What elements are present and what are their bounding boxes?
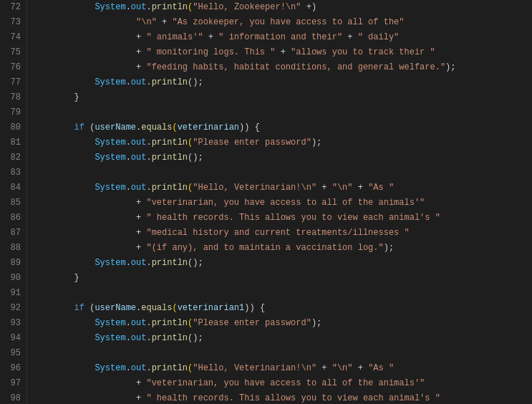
token <box>33 273 74 283</box>
line-number: 94 <box>3 331 21 346</box>
token: "\n" <box>332 363 353 373</box>
token: . <box>146 153 151 163</box>
line-number: 87 <box>3 226 21 241</box>
code-line: + "veterinarian, you have access to all … <box>33 196 532 211</box>
token: println <box>152 153 188 163</box>
code-line: + " animals'" + " information and their"… <box>33 30 532 45</box>
token <box>33 122 74 133</box>
token: " health records. This allows you to vie… <box>146 393 440 403</box>
line-number: 89 <box>3 256 21 271</box>
token: "allows you to track their " <box>291 47 435 57</box>
token <box>33 77 95 87</box>
line-number: 75 <box>3 45 21 60</box>
line-number-gutter: 7273747576777879808182838485868788899091… <box>0 0 27 404</box>
token: println <box>152 318 188 328</box>
code-line: System.out.println("Hello, Veterinarian!… <box>33 181 532 196</box>
line-number: 91 <box>3 286 21 301</box>
token: " monitoring logs. This " <box>146 47 275 57</box>
line-number: 86 <box>3 211 21 226</box>
token: + <box>353 183 369 193</box>
token: } <box>74 92 79 102</box>
token: if <box>74 303 84 313</box>
token: + <box>136 62 146 72</box>
token: "(if any), and to maintain a vaccination… <box>146 243 383 253</box>
token: + <box>275 47 291 57</box>
line-number: 92 <box>3 301 21 316</box>
token: . <box>146 333 151 343</box>
token: + <box>316 183 332 193</box>
line-number: 85 <box>3 196 21 211</box>
line-number: 76 <box>3 60 21 75</box>
token: "\n" <box>332 183 353 193</box>
code-line: + " health records. This allows you to v… <box>33 211 532 226</box>
token: ); <box>384 243 394 253</box>
code-line: System.out.println(); <box>33 256 532 271</box>
token: System <box>95 318 125 328</box>
token: "feeding habits, habitat conditions, and… <box>146 62 445 72</box>
token: " daily" <box>358 32 400 42</box>
code-content[interactable]: System.out.println("Hello, Zookeeper!\n"… <box>27 0 532 404</box>
token: . <box>126 183 131 193</box>
token: out <box>131 318 147 328</box>
token: "Hello, Veterinarian!\n" <box>193 183 316 193</box>
token: (); <box>188 153 203 163</box>
token: System <box>95 183 125 193</box>
token: + <box>353 363 369 373</box>
token <box>33 183 95 193</box>
code-line: + " health records. This allows you to v… <box>33 391 532 404</box>
token: System <box>95 333 125 343</box>
token: . <box>126 77 131 87</box>
token: )) { <box>244 303 265 313</box>
token <box>33 378 136 388</box>
line-number: 81 <box>3 135 21 150</box>
token: System <box>95 153 125 163</box>
token: System <box>95 77 125 87</box>
token: out <box>131 153 147 163</box>
token: . <box>126 153 131 163</box>
token: ( <box>84 303 95 313</box>
token: "Please enter password" <box>193 138 311 148</box>
token: if <box>74 122 84 133</box>
code-line: System.out.println("Please enter passwor… <box>33 135 532 150</box>
token: ); <box>311 138 321 148</box>
token: println <box>152 363 188 373</box>
token <box>33 318 95 328</box>
token <box>33 303 74 313</box>
token: "As zookeeper, you have access to all of… <box>172 17 404 27</box>
token: "Hello, Veterinarian!\n" <box>193 363 316 373</box>
token: ); <box>311 318 321 328</box>
line-number: 79 <box>3 105 21 120</box>
token: System <box>95 363 125 373</box>
code-editor: 7273747576777879808182838485868788899091… <box>0 0 532 404</box>
code-line <box>33 286 532 301</box>
token: ( <box>84 122 95 133</box>
token: println <box>152 77 188 87</box>
token <box>33 47 136 57</box>
token <box>33 243 136 253</box>
token: equals <box>141 303 172 313</box>
token: + <box>136 228 146 238</box>
token: userName <box>95 303 136 313</box>
token: out <box>131 258 147 268</box>
token: println <box>152 333 188 343</box>
code-line: System.out.println(); <box>33 75 532 90</box>
token: + <box>136 393 146 403</box>
token <box>33 213 136 223</box>
token <box>33 228 136 238</box>
token: . <box>126 318 131 328</box>
token: out <box>131 363 147 373</box>
token: println <box>152 183 188 193</box>
token: + <box>316 363 332 373</box>
code-line: System.out.println(); <box>33 331 532 346</box>
code-line <box>33 346 532 361</box>
token <box>33 333 95 343</box>
token: + <box>136 213 146 223</box>
line-number: 74 <box>3 30 21 45</box>
token: ); <box>445 62 455 72</box>
token <box>33 363 95 373</box>
line-number: 93 <box>3 316 21 331</box>
token: veterinarian1 <box>178 303 245 313</box>
code-line: + "veterinarian, you have access to all … <box>33 376 532 391</box>
token: out <box>131 2 147 12</box>
token: " animals'" <box>146 32 203 42</box>
